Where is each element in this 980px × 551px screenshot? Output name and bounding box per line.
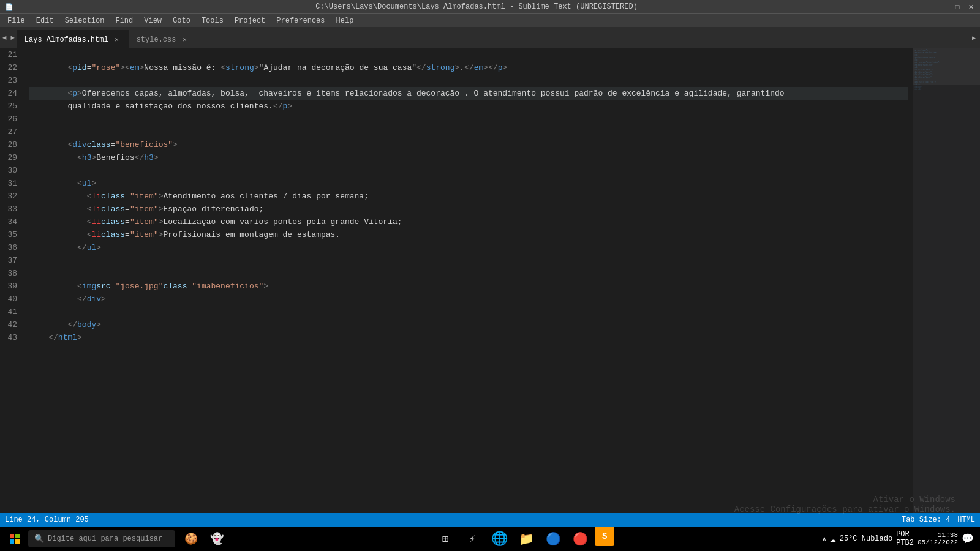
- minimap-content: <p id="rose"> <em>Nossa missão</em> </p>…: [913, 48, 980, 513]
- minimize-button[interactable]: ─: [940, 2, 948, 11]
- status-right: Tab Size: 4 HTML: [902, 515, 975, 524]
- taskbar-ie[interactable]: 🔵: [541, 527, 565, 551]
- code-line-26[interactable]: [29, 113, 908, 126]
- line-number-41: 41: [5, 305, 17, 318]
- code-line-42[interactable]: </body>: [29, 318, 908, 331]
- taskbar-ghost-icon[interactable]: 👻: [205, 527, 229, 551]
- title-bar: 📄 C:\Users\Lays\Documents\Lays Almofadas…: [0, 0, 980, 13]
- tray-arrow[interactable]: ∧: [822, 535, 826, 543]
- line-number-23: 23: [5, 74, 17, 87]
- tab-nav-buttons[interactable]: ◄ ►: [0, 27, 17, 48]
- minimap: <p id="rose"> <em>Nossa missão</em> </p>…: [913, 48, 980, 513]
- code-line-29[interactable]: <h3>Benefios</h3>: [29, 151, 908, 164]
- code-line-37[interactable]: [29, 254, 908, 267]
- line-number-37: 37: [5, 254, 17, 267]
- svg-rect-1: [15, 534, 20, 538]
- code-line-32[interactable]: <li class= "item">Atendimento aos client…: [29, 190, 908, 203]
- code-line-31[interactable]: <ul>: [29, 177, 908, 190]
- notification-icon[interactable]: 💬: [962, 533, 974, 545]
- tab-css[interactable]: style.css ✕: [129, 30, 197, 48]
- menu-item-view[interactable]: View: [139, 15, 167, 26]
- close-button[interactable]: ✕: [967, 2, 975, 11]
- code-line-23[interactable]: [29, 74, 908, 87]
- tray-network[interactable]: ☁: [830, 533, 836, 545]
- line-number-29: 29: [5, 151, 17, 164]
- search-icon: 🔍: [34, 534, 44, 544]
- cursor-position: Line 24, Column 205: [5, 515, 89, 524]
- taskbar-lang: POR PTB2: [896, 530, 914, 547]
- line-number-31: 31: [5, 177, 17, 190]
- menu-item-help[interactable]: Help: [331, 15, 359, 26]
- menu-item-find[interactable]: Find: [110, 15, 138, 26]
- code-line-25[interactable]: qualidade e satisfação dos nossos client…: [29, 100, 908, 113]
- menu-item-goto[interactable]: Goto: [168, 15, 195, 26]
- code-line-40[interactable]: </div>: [29, 293, 908, 305]
- svg-rect-3: [15, 539, 20, 544]
- taskbar-start-button[interactable]: [2, 527, 27, 551]
- code-line-33[interactable]: <li class= "item">Espaçaõ diferenciado;: [29, 203, 908, 216]
- code-line-43[interactable]: </html>: [29, 331, 908, 344]
- code-line-35[interactable]: <li class= "item">Profisionais em montag…: [29, 228, 908, 241]
- language-mode: HTML: [957, 515, 975, 524]
- svg-rect-0: [10, 534, 14, 538]
- tab-size: Tab Size: 4: [902, 515, 950, 524]
- taskbar-lang-primary: POR: [896, 530, 914, 539]
- line-number-24: 24: [5, 87, 17, 100]
- taskbar-cookie-icon[interactable]: 🍪: [179, 527, 203, 551]
- tab-scroll-right[interactable]: ▶: [968, 27, 980, 48]
- editor-area: 2122232425262728293031323334353637383940…: [0, 48, 980, 513]
- taskbar-time: 11:38: [918, 531, 958, 539]
- title-bar-title: C:\Users\Lays\Documents\Lays Almofadas.h…: [13, 2, 940, 11]
- menu-item-file[interactable]: File: [2, 15, 30, 26]
- taskbar-edge[interactable]: 🌐: [487, 527, 511, 551]
- line-number-28: 28: [5, 138, 17, 151]
- menu-item-tools[interactable]: Tools: [197, 15, 228, 26]
- code-line-36[interactable]: </ul >: [29, 241, 908, 254]
- code-line-28[interactable]: <div class = "beneficios">: [29, 138, 908, 151]
- code-line-24[interactable]: <p >Oferecemos capas, almofadas, bolsa, …: [29, 87, 908, 100]
- line-number-35: 35: [5, 228, 17, 241]
- code-line-22[interactable]: <p id ="rose" ><em>Nossa missão é: <stro…: [29, 61, 908, 74]
- tab-html-close[interactable]: ✕: [112, 35, 122, 45]
- line-number-22: 22: [5, 61, 17, 74]
- line-number-38: 38: [5, 267, 17, 280]
- taskbar-tray: ∧ ☁ 25°C Nublado: [822, 533, 892, 545]
- code-line-41[interactable]: [29, 305, 908, 318]
- line-number-36: 36: [5, 241, 17, 254]
- line-number-32: 32: [5, 190, 17, 203]
- tab-html[interactable]: Lays Almofadas.html ✕: [17, 30, 129, 48]
- taskbar: 🔍 Digite aqui para pesquisar 🍪 👻 ⊞ ⚡ 🌐 📁…: [0, 527, 980, 551]
- line-number-27: 27: [5, 126, 17, 138]
- line-number-21: 21: [5, 48, 17, 61]
- code-line-30[interactable]: [29, 164, 908, 177]
- taskbar-sublime[interactable]: S: [595, 527, 614, 546]
- code-line-39[interactable]: <img src="jose.jpg" class="imabeneficios…: [29, 280, 908, 293]
- code-line-21[interactable]: [29, 48, 908, 61]
- menu-item-preferences[interactable]: Preferences: [271, 15, 330, 26]
- code-line-27[interactable]: [29, 126, 908, 138]
- svg-rect-2: [10, 539, 14, 544]
- line-number-43: 43: [5, 331, 17, 344]
- menu-item-edit[interactable]: Edit: [31, 15, 59, 26]
- line-number-33: 33: [5, 203, 17, 216]
- taskbar-widgets[interactable]: ⚡: [460, 527, 484, 551]
- status-left: Line 24, Column 205: [5, 515, 89, 524]
- code-line-38[interactable]: [29, 267, 908, 280]
- menu-item-project[interactable]: Project: [230, 15, 270, 26]
- taskbar-file-explorer[interactable]: 📁: [514, 527, 538, 551]
- taskbar-lang-secondary: PTB2: [896, 539, 914, 547]
- taskbar-search[interactable]: 🔍 Digite aqui para pesquisar: [28, 530, 175, 547]
- taskbar-search-text: Digite aqui para pesquisar: [48, 534, 162, 543]
- taskbar-chrome[interactable]: 🔴: [568, 527, 592, 551]
- title-bar-controls: ─ □ ✕: [940, 2, 975, 11]
- tab-bar: ◄ ► Lays Almofadas.html ✕ style.css ✕ ▶: [0, 27, 980, 48]
- line-number-39: 39: [5, 280, 17, 293]
- code-content[interactable]: <p id ="rose" ><em>Nossa missão é: <stro…: [24, 48, 913, 513]
- taskbar-task-view[interactable]: ⊞: [433, 527, 458, 551]
- taskbar-center: ⊞ ⚡ 🌐 📁 🔵 🔴 S: [230, 527, 817, 551]
- maximize-button[interactable]: □: [953, 2, 962, 11]
- code-line-34[interactable]: <li class= "item">Localização com varios…: [29, 216, 908, 228]
- tab-css-close[interactable]: ✕: [179, 35, 189, 45]
- menu-item-selection[interactable]: Selection: [60, 15, 110, 26]
- line-number-34: 34: [5, 216, 17, 228]
